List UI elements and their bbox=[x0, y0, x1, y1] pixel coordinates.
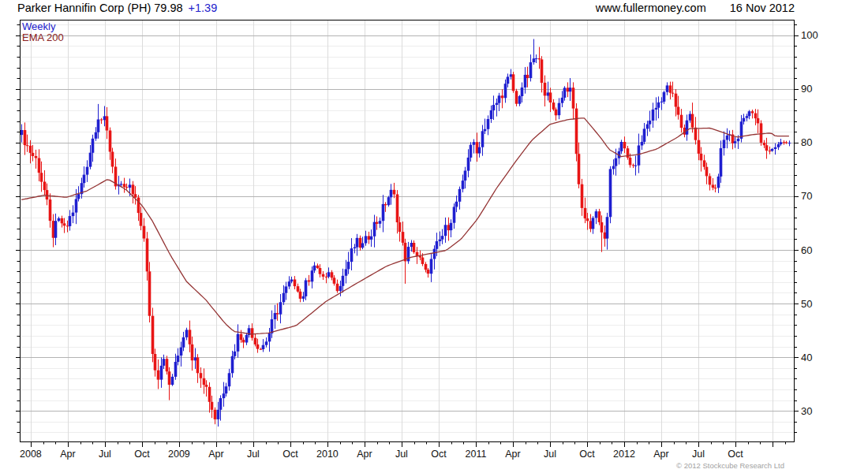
svg-text:Jul: Jul bbox=[247, 449, 260, 460]
grid-vertical bbox=[32, 20, 773, 441]
svg-text:40: 40 bbox=[801, 352, 812, 363]
svg-text:Oct: Oct bbox=[431, 449, 447, 460]
svg-text:100: 100 bbox=[801, 29, 818, 41]
grid-minor-horizontal bbox=[20, 25, 795, 433]
svg-text:50: 50 bbox=[801, 298, 812, 310]
x-axis: 2008AprJulOct2009AprJulOct2010AprJulOct2… bbox=[20, 442, 786, 460]
svg-text:Jul: Jul bbox=[544, 449, 556, 460]
svg-text:Oct: Oct bbox=[728, 449, 743, 460]
svg-text:80: 80 bbox=[801, 136, 812, 148]
svg-text:90: 90 bbox=[801, 83, 812, 95]
svg-text:2012: 2012 bbox=[613, 449, 635, 460]
svg-text:Oct: Oct bbox=[134, 449, 150, 460]
header-bar: Parker Hannifin Corp (PH) 79.98+1.39 www… bbox=[0, 0, 868, 17]
svg-text:2010: 2010 bbox=[316, 449, 339, 460]
svg-text:Apr: Apr bbox=[60, 449, 75, 460]
svg-text:Jul: Jul bbox=[395, 449, 408, 460]
svg-text:2009: 2009 bbox=[168, 449, 190, 460]
grid-major-horizontal bbox=[20, 36, 795, 412]
svg-text:2008: 2008 bbox=[20, 449, 42, 460]
copyright-notice: © 2012 Stockcube Research Ltd bbox=[676, 461, 784, 470]
svg-text:Jul: Jul bbox=[99, 449, 111, 460]
svg-text:70: 70 bbox=[801, 190, 812, 202]
svg-text:Oct: Oct bbox=[579, 449, 595, 460]
svg-text:60: 60 bbox=[801, 244, 812, 256]
svg-text:Apr: Apr bbox=[653, 449, 668, 460]
chart-date: 16 Nov 2012 bbox=[730, 2, 795, 14]
site-url: www.fullermoney.com bbox=[596, 2, 706, 14]
svg-text:Apr: Apr bbox=[505, 449, 520, 460]
header-right: www.fullermoney.com 16 Nov 2012 bbox=[596, 2, 795, 14]
svg-text:Jul: Jul bbox=[692, 449, 705, 460]
legend-timeframe: Weekly bbox=[22, 21, 64, 32]
svg-text:Apr: Apr bbox=[208, 449, 223, 460]
price-chart: 304050607080901002008AprJulOct2009AprJul… bbox=[0, 0, 868, 473]
price-change: +1.39 bbox=[189, 2, 218, 14]
ema-line bbox=[21, 118, 789, 334]
svg-text:2011: 2011 bbox=[466, 449, 487, 460]
svg-text:30: 30 bbox=[801, 405, 812, 417]
chart-canvas: 304050607080901002008AprJulOct2009AprJul… bbox=[0, 0, 868, 473]
chart-legend: Weekly EMA 200 bbox=[22, 21, 64, 43]
page-title: Parker Hannifin Corp (PH) 79.98+1.39 bbox=[17, 2, 217, 14]
legend-ema: EMA 200 bbox=[22, 32, 64, 43]
svg-text:Oct: Oct bbox=[282, 449, 298, 460]
svg-text:Apr: Apr bbox=[357, 449, 372, 460]
instrument-title: Parker Hannifin Corp (PH) 79.98 bbox=[17, 2, 183, 14]
